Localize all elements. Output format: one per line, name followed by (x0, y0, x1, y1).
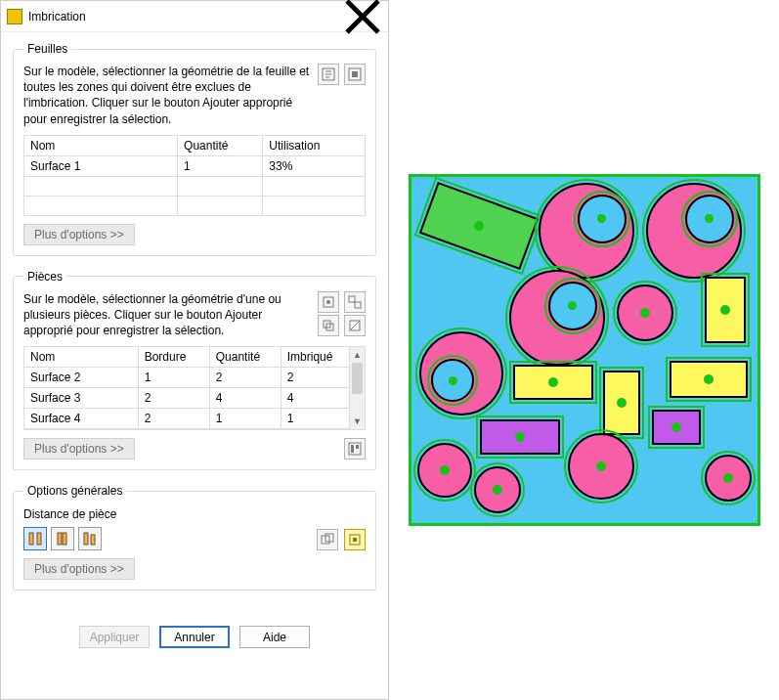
part-pink-circle (705, 455, 752, 502)
part-yellow-rect (513, 365, 593, 400)
add-sheet-button[interactable] (318, 64, 339, 85)
add-part-button[interactable] (318, 291, 339, 313)
svg-rect-2 (352, 71, 358, 77)
table-row[interactable] (24, 176, 366, 196)
help-button[interactable]: Aide (239, 626, 310, 648)
svg-rect-12 (356, 445, 359, 449)
svg-rect-6 (355, 302, 361, 308)
part-yellow-rect (670, 361, 748, 398)
part-yellow-rect (705, 277, 746, 343)
general-more-button[interactable]: Plus d'options >> (23, 558, 135, 580)
add-parts-group-icon (348, 295, 362, 309)
col-use: Utilisation (263, 135, 366, 155)
sheets-group: Feuilles Sur le modèle, sélectionner la … (13, 42, 376, 256)
spacing-uniform-icon (27, 531, 43, 547)
general-legend: Options générales (23, 484, 126, 498)
col-qty: Quantité (178, 135, 263, 155)
nesting-dialog: Imbrication Feuilles Sur le modèle, séle… (0, 0, 389, 700)
nesting-sheet (409, 174, 760, 526)
svg-rect-18 (91, 535, 95, 545)
general-options-group: Options générales Distance de pièce (13, 484, 376, 591)
svg-rect-16 (63, 533, 66, 545)
spacing-tight-icon (55, 531, 70, 547)
parts-group: Pièces Sur le modèle, sélectionner la gé… (13, 270, 376, 471)
parts-scrollbar[interactable]: ▲ ▼ (349, 347, 365, 429)
sheets-more-button[interactable]: Plus d'options >> (23, 224, 135, 245)
orient-copy-button[interactable] (317, 529, 338, 550)
svg-rect-10 (349, 443, 361, 455)
svg-point-4 (326, 300, 330, 304)
part-pink-circle (417, 443, 472, 498)
table-row[interactable]: Surface 1 1 33% (24, 155, 366, 176)
sheets-legend: Feuilles (23, 42, 71, 56)
title-bar: Imbrication (1, 1, 388, 32)
part-pink-circle (617, 284, 673, 341)
table-row[interactable]: Surface 3 2 4 4 (24, 388, 349, 409)
add-exclusion-button[interactable] (344, 64, 366, 85)
close-icon (343, 0, 382, 36)
parts-table[interactable]: Nom Bordure Quantité Imbriqué Surface 2 … (24, 347, 349, 429)
svg-rect-11 (351, 445, 354, 453)
parts-help-text: Sur le modèle, sélectionner la géométrie… (23, 291, 312, 339)
svg-rect-15 (58, 533, 62, 545)
scroll-up-icon[interactable]: ▲ (350, 347, 365, 363)
part-yellow-rect (603, 371, 640, 435)
part-donut (646, 183, 742, 279)
distance-label: Distance de pièce (23, 507, 366, 521)
parts-table-wrap: Nom Bordure Quantité Imbriqué Surface 2 … (23, 346, 366, 430)
apply-button[interactable]: Appliquer (79, 626, 150, 648)
duplicate-part-button[interactable] (318, 315, 339, 336)
col-border: Bordure (138, 347, 209, 368)
spacing-mode-tight[interactable] (51, 527, 74, 550)
dialog-button-row: Appliquer Annuler Aide (1, 616, 388, 662)
cancel-button[interactable]: Annuler (159, 626, 230, 648)
part-purple-rect (480, 419, 560, 455)
parts-more-button[interactable]: Plus d'options >> (23, 438, 135, 459)
part-pink-circle (568, 433, 634, 500)
add-exclusion-icon (348, 67, 362, 81)
col-nested: Imbriqué (281, 347, 349, 368)
svg-rect-13 (29, 533, 33, 545)
parts-legend: Pièces (23, 270, 66, 284)
preview-parts-button[interactable] (344, 438, 366, 459)
part-green-rect (418, 182, 539, 270)
col-name: Nom (24, 135, 178, 155)
part-purple-rect (652, 410, 701, 445)
table-row[interactable]: Surface 4 2 1 1 (24, 409, 349, 429)
table-header-row: Nom Bordure Quantité Imbriqué (24, 347, 349, 368)
scroll-thumb[interactable] (352, 363, 363, 393)
table-row[interactable] (24, 196, 366, 215)
spacing-mode-uniform[interactable] (23, 527, 47, 550)
orient-highlight-icon (348, 533, 362, 547)
orient-copy-icon (321, 533, 334, 547)
spacing-custom-icon (82, 531, 98, 547)
sheets-table[interactable]: Nom Quantité Utilisation Surface 1 1 33% (23, 135, 366, 216)
window-title: Imbrication (28, 10, 343, 23)
svg-rect-17 (84, 533, 88, 545)
scroll-down-icon[interactable]: ▼ (350, 414, 365, 429)
part-donut (419, 331, 503, 416)
add-sheet-icon (322, 67, 335, 81)
col-qty: Quantité (209, 347, 281, 368)
sheets-help-text: Sur le modèle, sélectionner la géométrie… (23, 64, 312, 127)
spacing-mode-toggle (23, 527, 102, 550)
svg-rect-22 (353, 538, 357, 542)
table-header-row: Nom Quantité Utilisation (24, 135, 366, 155)
app-icon (7, 9, 22, 24)
preview-icon (348, 442, 362, 456)
remove-part-icon (348, 319, 362, 332)
orient-highlight-button[interactable] (344, 529, 366, 550)
add-part-icon (322, 295, 335, 309)
svg-rect-5 (349, 296, 355, 302)
spacing-mode-custom[interactable] (78, 527, 102, 550)
part-pink-circle (474, 466, 521, 513)
remove-part-button[interactable] (344, 315, 366, 336)
svg-rect-14 (37, 533, 41, 545)
part-donut (539, 183, 634, 279)
add-parts-group-button[interactable] (344, 291, 366, 313)
table-row[interactable]: Surface 2 1 2 2 (24, 368, 349, 388)
part-donut (509, 270, 605, 366)
duplicate-icon (322, 319, 335, 332)
close-button[interactable] (343, 3, 382, 30)
nesting-preview (389, 0, 779, 700)
